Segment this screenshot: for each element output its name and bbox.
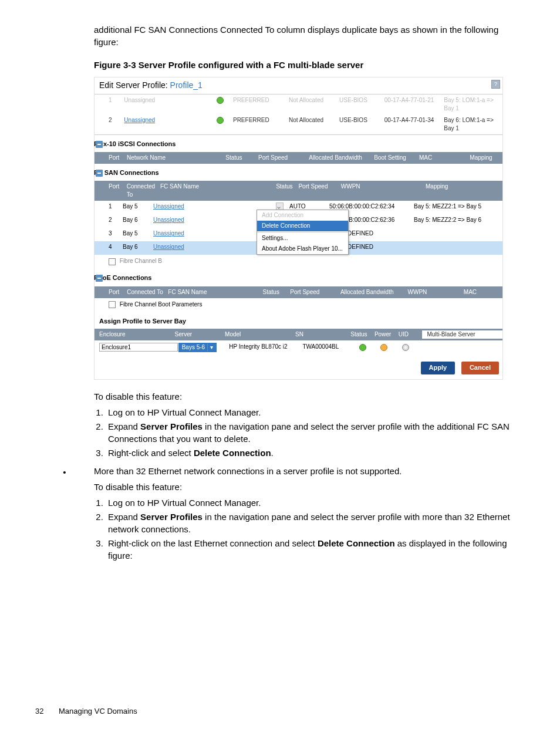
checkbox[interactable]	[109, 301, 116, 308]
bullet-item: • More than 32 Ethernet network connecti…	[35, 465, 525, 565]
fc-header: Port Connected To FC SAN Name Status Por…	[95, 181, 502, 201]
enclosure-input[interactable]	[99, 343, 178, 352]
bullet-text: More than 32 Ethernet network connection…	[94, 465, 525, 477]
fc-san-link[interactable]: Unassigned	[153, 244, 184, 250]
ctx-delete-connection[interactable]: Delete Connection	[257, 221, 348, 231]
section-fcsan: FC SAN Connections	[95, 164, 502, 181]
collapse-icon[interactable]	[96, 275, 103, 282]
step-item: Expand Server Profiles in the navigation…	[106, 420, 525, 445]
step-item: Log on to HP Virtual Connect Manager.	[106, 497, 525, 509]
step-item: Right-click on the last Ethernet connect…	[106, 537, 525, 562]
network-link[interactable]: Unassigned	[124, 117, 155, 123]
cancel-button[interactable]: Cancel	[461, 362, 499, 374]
flex10-header: Port Network Name Status Port Speed Allo…	[95, 152, 502, 164]
fibre-boot-checkbox-row: Fibre Channel B	[95, 255, 502, 269]
intro-paragraph: additional FC SAN Connections Connected …	[94, 23, 525, 48]
figure-caption: Figure 3-3 Server Profile configured wit…	[94, 59, 525, 71]
assign-row: Bays 5-6▾ HP Integrity BL870c i2 TWA0000…	[95, 340, 502, 355]
disable-feature-intro-2: To disable this feature:	[94, 481, 525, 493]
status-ok-icon	[217, 97, 224, 104]
bullet-icon: •	[35, 465, 94, 565]
steps-list-2: Log on to HP Virtual Connect Manager.Exp…	[106, 497, 525, 562]
context-menu: Add Connection Delete Connection Setting…	[257, 210, 349, 255]
section-flex10: Flex-10 iSCSI Connections	[95, 135, 502, 152]
eth-row: 2 Unassigned PREFERRED Not Allocated USE…	[95, 114, 502, 134]
step-item: Right-click and select Delete Connection…	[106, 447, 525, 459]
step-item: Expand Server Profiles in the navigation…	[106, 511, 525, 535]
help-icon[interactable]: ?	[491, 80, 500, 89]
collapse-icon[interactable]	[96, 170, 103, 177]
collapse-icon[interactable]	[96, 141, 103, 148]
uid-icon[interactable]	[402, 344, 409, 351]
step-item: Log on to HP Virtual Connect Manager.	[106, 406, 525, 418]
ctx-settings[interactable]: Settings...	[257, 233, 348, 244]
apply-button[interactable]: Apply	[421, 362, 456, 374]
section-fcoe: FCoE Connections	[95, 269, 502, 286]
fc-san-link[interactable]: Unassigned	[153, 217, 184, 223]
power-icon	[380, 344, 387, 351]
page-number: 32	[35, 706, 43, 717]
fcoe-header: Port Connected To FC SAN Name Status Por…	[95, 286, 502, 298]
profile-name: Profile_1	[170, 80, 203, 90]
status-ok-icon	[217, 117, 224, 124]
bays-dropdown[interactable]: Bays 5-6▾	[178, 343, 217, 352]
fc-san-link[interactable]: Unassigned	[153, 203, 184, 210]
status-ok-icon	[359, 344, 366, 351]
chevron-down-icon: ▾	[207, 343, 215, 352]
assign-header: Enclosure Server Model SN Status Power U…	[95, 329, 502, 340]
eth-row: 1 Unassigned PREFERRED Not Allocated USE…	[95, 94, 502, 114]
ctx-add-connection: Add Connection	[257, 210, 348, 221]
screenshot-figure: ? Edit Server Profile: Profile_1 1 Unass…	[94, 77, 503, 380]
steps-list-1: Log on to HP Virtual Connect Manager.Exp…	[106, 406, 525, 459]
checkbox[interactable]	[109, 258, 116, 265]
fc-san-link[interactable]: Unassigned	[153, 230, 184, 237]
fibre-boot-checkbox-row-2: Fibre Channel Boot Parameters	[95, 298, 502, 312]
assign-profile-title: Assign Profile to Server Bay	[95, 312, 502, 329]
window-title: Edit Server Profile: Profile_1	[95, 77, 502, 94]
disable-feature-intro-1: To disable this feature:	[94, 390, 525, 403]
footer-title: Managing VC Domains	[59, 706, 137, 717]
ctx-about-flash[interactable]: About Adobe Flash Player 10...	[257, 244, 348, 254]
